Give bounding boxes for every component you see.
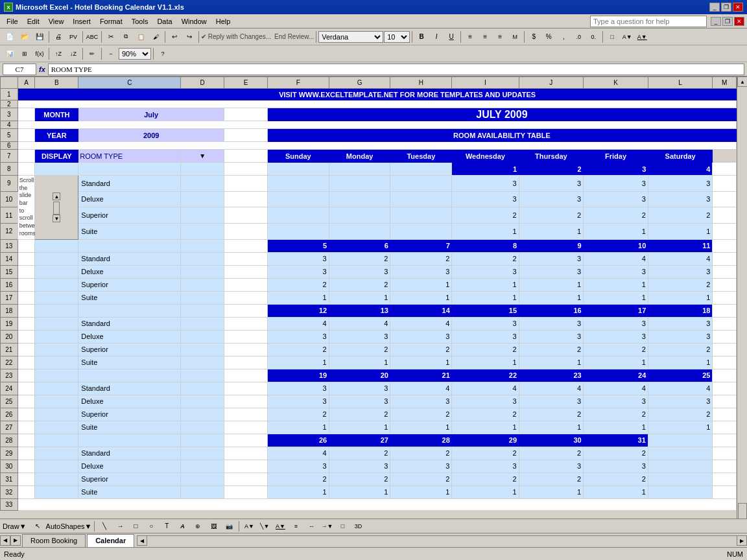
- menu-format[interactable]: Format: [96, 16, 126, 27]
- open-button[interactable]: 📂: [18, 30, 32, 43]
- line-color-button[interactable]: ╲▼: [257, 520, 272, 533]
- col-header-l[interactable]: L: [648, 77, 713, 89]
- copy-button[interactable]: ⧉: [119, 30, 133, 43]
- app-minimize-button[interactable]: _: [711, 17, 721, 26]
- cell-year-value[interactable]: 2009: [78, 129, 224, 142]
- menu-tools[interactable]: Tools: [128, 16, 152, 27]
- insert-table-button[interactable]: ⊞: [18, 47, 32, 60]
- menu-help[interactable]: Help: [212, 16, 235, 27]
- underline-button[interactable]: U: [444, 30, 458, 43]
- bold-button[interactable]: B: [414, 30, 429, 43]
- select-arrow-button[interactable]: ↖: [30, 520, 45, 533]
- restore-button[interactable]: ❐: [721, 3, 731, 12]
- tab-scroll-left-button[interactable]: ◀: [0, 535, 10, 546]
- oval-tool-button[interactable]: ○: [144, 520, 158, 533]
- rect-tool-button[interactable]: □: [128, 520, 143, 533]
- formula-input[interactable]: [48, 64, 744, 75]
- format-painter-button[interactable]: 🖌: [148, 30, 163, 43]
- wordart-tool-button[interactable]: A: [175, 520, 189, 533]
- merge-button[interactable]: M: [508, 30, 522, 43]
- col-header-d[interactable]: D: [181, 77, 224, 89]
- menu-data[interactable]: Data: [153, 16, 176, 27]
- shadow-button[interactable]: □: [335, 520, 350, 533]
- insert-chart-button[interactable]: 📊: [3, 47, 17, 60]
- insert-func-button[interactable]: f(x): [32, 47, 47, 60]
- clipart-tool-button[interactable]: 🖼: [206, 520, 220, 533]
- autoshapes-label[interactable]: AutoShapes▼: [46, 522, 92, 530]
- col-header-i[interactable]: I: [452, 77, 519, 89]
- hscroll-left-button[interactable]: ◀: [137, 535, 147, 546]
- cut-button[interactable]: ✂: [104, 30, 118, 43]
- align-left-button[interactable]: ≡: [463, 30, 477, 43]
- new-button[interactable]: 📄: [3, 30, 17, 43]
- help-input[interactable]: [590, 16, 707, 27]
- undo-button[interactable]: ↩: [167, 30, 182, 43]
- align-center-button[interactable]: ≡: [478, 30, 492, 43]
- minimize-button[interactable]: _: [709, 3, 720, 12]
- col-header-g[interactable]: G: [329, 77, 390, 89]
- textbox-tool-button[interactable]: T: [160, 520, 174, 533]
- help-btn[interactable]: ?: [156, 47, 170, 60]
- save-button[interactable]: 💾: [32, 30, 47, 43]
- print-preview-button[interactable]: PV: [66, 30, 80, 43]
- col-header-a[interactable]: A: [18, 77, 35, 89]
- italic-button[interactable]: I: [429, 30, 444, 43]
- cell-month-value[interactable]: July: [78, 108, 224, 121]
- line-tool-button[interactable]: ╲: [97, 520, 112, 533]
- vscroll-up-button[interactable]: ▲: [737, 76, 747, 87]
- decrease-decimal-button[interactable]: 0.: [586, 30, 600, 43]
- tab-room-booking[interactable]: Room Booking: [22, 534, 86, 547]
- vertical-scrollbar[interactable]: ▲ ▼: [737, 76, 747, 533]
- increase-decimal-button[interactable]: .0: [571, 30, 586, 43]
- hscroll-right-button[interactable]: ▶: [737, 535, 747, 546]
- spell-check-button[interactable]: ABC: [85, 30, 99, 43]
- diagram-tool-button[interactable]: ⊕: [191, 520, 205, 533]
- sort-asc-button[interactable]: ↑Z: [51, 47, 65, 60]
- col-header-j[interactable]: J: [519, 77, 584, 89]
- menu-insert[interactable]: Insert: [69, 16, 95, 27]
- menu-view[interactable]: View: [45, 16, 68, 27]
- print-button[interactable]: 🖨: [51, 30, 65, 43]
- tab-calendar[interactable]: Calendar: [87, 534, 134, 547]
- cell-reference-input[interactable]: [3, 64, 36, 75]
- font-dropdown[interactable]: Verdana: [318, 31, 383, 43]
- col-header-h[interactable]: H: [390, 77, 452, 89]
- size-dropdown[interactable]: 10: [384, 31, 410, 43]
- comma-button[interactable]: ,: [556, 30, 571, 43]
- col-header-m[interactable]: M: [713, 77, 737, 89]
- borders-button[interactable]: □: [605, 30, 619, 43]
- col-header-c[interactable]: C: [78, 77, 181, 89]
- menu-window[interactable]: Window: [178, 16, 211, 27]
- dash-style-button[interactable]: --: [304, 520, 318, 533]
- cell-d7-dropdown[interactable]: ▼: [181, 150, 224, 163]
- draw-button[interactable]: ✏: [85, 47, 99, 60]
- col-header-k[interactable]: K: [584, 77, 648, 89]
- align-right-button[interactable]: ≡: [493, 30, 507, 43]
- fill-color2-button[interactable]: A▼: [242, 520, 256, 533]
- line-style-button[interactable]: ≡: [289, 520, 303, 533]
- arrow-tool-button[interactable]: →: [113, 520, 127, 533]
- arrow-style-button[interactable]: →▼: [320, 520, 334, 533]
- app-restore-button[interactable]: ❐: [722, 17, 733, 26]
- zoom-out-button[interactable]: −: [104, 47, 118, 60]
- tab-scroll-right-button[interactable]: ▶: [10, 535, 21, 546]
- currency-button[interactable]: $: [527, 30, 541, 43]
- fill-button[interactable]: A▼: [620, 30, 634, 43]
- font-color2-button[interactable]: A▼: [273, 520, 287, 533]
- percent-button[interactable]: %: [541, 30, 556, 43]
- scrollbar-up-arrow[interactable]: ▲: [53, 192, 60, 200]
- insert-pic-button[interactable]: 📷: [222, 520, 236, 533]
- font-color-button[interactable]: A▼: [635, 30, 649, 43]
- 3d-button[interactable]: 3D: [351, 520, 365, 533]
- app-close-button[interactable]: ✕: [734, 17, 744, 26]
- scrollbar-cell[interactable]: ▲ ▼: [35, 176, 78, 240]
- sort-desc-button[interactable]: ↓Z: [66, 47, 80, 60]
- menu-edit[interactable]: Edit: [23, 16, 43, 27]
- close-button[interactable]: ✕: [733, 3, 743, 12]
- scrollbar-down-arrow[interactable]: ▼: [53, 215, 60, 222]
- col-header-b[interactable]: B: [35, 77, 78, 89]
- col-header-e[interactable]: E: [224, 77, 268, 89]
- scrollbar-thumb[interactable]: [53, 202, 60, 215]
- redo-button[interactable]: ↪: [182, 30, 196, 43]
- cell-display-value[interactable]: ROOM TYPE: [78, 150, 181, 163]
